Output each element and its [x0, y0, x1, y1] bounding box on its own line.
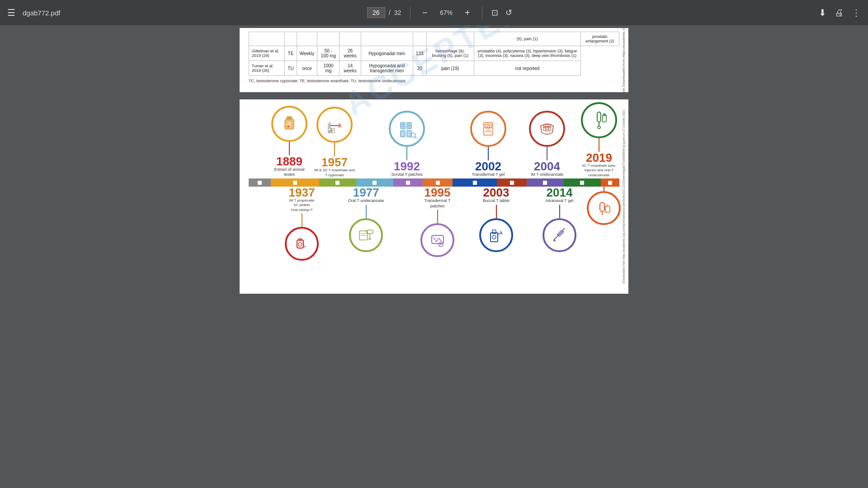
bar-dot [510, 181, 514, 185]
svg-rect-18 [401, 127, 404, 127]
page-navigation: / 32 [367, 7, 401, 18]
toolbar-right-icons: ⬇ 🖨 ⋮ [819, 7, 861, 18]
svg-line-55 [498, 233, 501, 235]
svg-rect-22 [408, 127, 410, 127]
bar-dot [373, 181, 377, 185]
table-cell [297, 32, 317, 46]
svg-rect-30 [543, 127, 545, 131]
svg-point-54 [492, 235, 496, 239]
node-2019-bot [587, 187, 621, 225]
table-cell-adverse: not reported [474, 61, 580, 76]
year-2014: 2014 [547, 187, 573, 198]
connector-1995 [437, 210, 438, 223]
print-icon[interactable]: 🖨 [835, 8, 844, 18]
zoom-in-button[interactable]: + [462, 7, 473, 19]
connector-1957 [334, 143, 335, 156]
zoom-level: 67% [438, 9, 455, 16]
bottom-page-sidebar: Downloaded from https://academic.oup.com… [619, 104, 627, 289]
label-1889: Extract of animal testes [269, 167, 310, 178]
year-2002: 2002 [475, 160, 501, 172]
connector-2004 [547, 147, 547, 160]
table-cell-author: Turner et al. 2019 (26) [249, 61, 285, 76]
icon-2003 [479, 218, 513, 252]
label-1995: Transdermal Tpatches [424, 198, 450, 209]
table-cell-dose: 1000 mg [317, 61, 340, 76]
page-separator: / [389, 9, 391, 16]
label-2003: Buccal T tablet [483, 198, 509, 204]
icon-1889: 💊 [271, 106, 307, 142]
bar-dot [608, 181, 612, 185]
below-bar-row: 1937 IM T propionateSC pelletsOral methy… [249, 187, 619, 270]
icon-2002 [470, 111, 506, 147]
icon-2004 [529, 111, 565, 147]
bar-dot [335, 181, 340, 185]
label-1937: IM T propionateSC pelletsOral methyl-T [289, 198, 315, 212]
icon-1995 [420, 223, 454, 257]
more-options-icon[interactable]: ⋮ [852, 7, 861, 18]
menu-icon[interactable]: ☰ [7, 7, 15, 18]
zoom-out-button[interactable]: − [420, 7, 430, 19]
year-2019: 2019 [586, 152, 612, 164]
svg-rect-21 [408, 125, 410, 126]
toolbar: ☰ dgab772.pdf / 32 − 67% + ⊡ ↺ ⬇ 🖨 ⋮ [0, 0, 868, 25]
table-cell-duration: 26 weeks [340, 46, 361, 61]
pages-column: ACCEPTED ( [240, 28, 628, 294]
table-cell-duration: 14 weeks [340, 61, 361, 76]
svg-rect-63 [605, 206, 610, 212]
label-1957: IM & SC T enanthate and T cypionate [314, 168, 355, 178]
connector-2003 [496, 205, 497, 218]
icon-2019-bot [587, 191, 621, 225]
table-cell-form: TU [285, 61, 297, 76]
separator-1 [410, 6, 410, 19]
download-icon[interactable]: ⬇ [819, 7, 826, 18]
label-2014: Intranasal T gel [546, 198, 574, 204]
svg-rect-39 [297, 240, 303, 248]
separator-2 [482, 6, 482, 19]
table-cell [340, 32, 361, 46]
year-2004: 2004 [534, 160, 560, 172]
bar-dot [406, 181, 410, 185]
table-cell-n: 133 [413, 46, 426, 61]
table-cell: (5); pain (1) [474, 32, 580, 46]
svg-text:💊: 💊 [286, 123, 290, 127]
year-1977: 1977 [353, 187, 379, 198]
svg-rect-32 [549, 127, 551, 131]
node-2003: 2003 Buccal T tablet [479, 187, 513, 252]
connector-2019 [599, 138, 599, 152]
node-1995: 1995 Transdermal Tpatches [420, 187, 454, 257]
connector-1889 [289, 142, 290, 155]
rotate-icon[interactable]: ↺ [505, 8, 512, 18]
bar-dot [293, 181, 297, 185]
filename: dgab772.pdf [23, 9, 60, 17]
icon-2019 [581, 102, 617, 138]
bar-dot [436, 181, 440, 185]
table-cell [413, 32, 426, 46]
node-1977: 1977 Oral T undecanoate [348, 187, 384, 252]
svg-line-26 [415, 137, 416, 138]
node-2004: 2004 IM T undecanoate [529, 111, 565, 178]
label-2002: Transdermal T gel [472, 172, 505, 178]
svg-rect-23 [401, 131, 405, 137]
fit-page-icon[interactable]: ⊡ [491, 8, 498, 18]
svg-rect-52 [491, 233, 498, 242]
svg-rect-6 [329, 122, 330, 124]
connector-1977 [366, 205, 367, 218]
node-1889: 💊 1889 Extract of animal testes [269, 106, 310, 178]
connector-2014 [559, 205, 560, 218]
icon-1957 [316, 107, 353, 143]
table-cell-dose: 50 - 100 mg [317, 46, 340, 61]
table-cell-pop: Hypogonadal men [361, 46, 413, 61]
year-1937: 1937 [289, 187, 315, 198]
pdf-viewer: ACCEPTED ( [0, 25, 868, 488]
page-input[interactable] [367, 7, 385, 18]
svg-rect-13 [329, 131, 330, 132]
table-cell-author: Gittelman et al. 2019 (29) [249, 46, 285, 61]
svg-rect-14 [331, 129, 332, 132]
table-row-gittelman: Gittelman et al. 2019 (29) TE Weekly 50 … [249, 46, 619, 61]
node-1992: 1992 Scrotal T patches [389, 111, 425, 178]
table-cell-isr: pain (19) [426, 61, 474, 76]
pdf-page-top: ACCEPTED ( [240, 28, 628, 92]
timeline-wrapper: 💊 1889 Extract of animal testes [249, 104, 619, 270]
table-row-turner: Turner et al. 2019 (26) TU once 1000 mg … [249, 61, 619, 76]
svg-rect-34 [597, 112, 601, 122]
